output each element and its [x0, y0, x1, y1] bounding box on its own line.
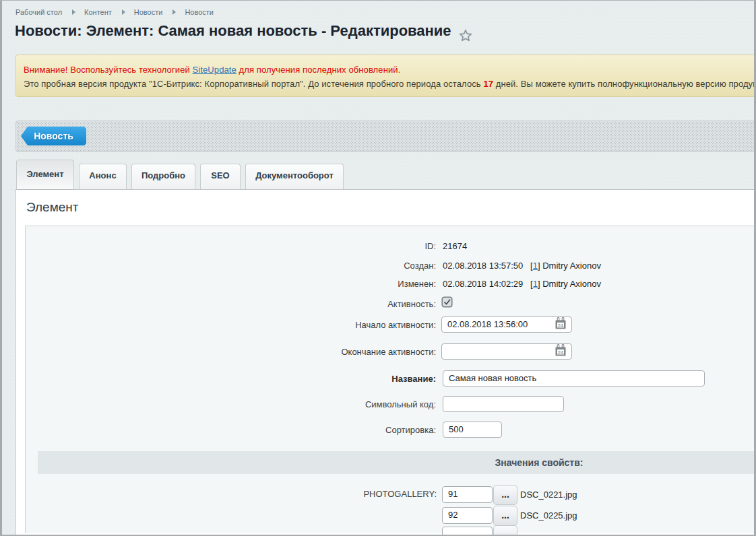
svg-text:24: 24: [558, 349, 563, 356]
svg-text:24: 24: [558, 323, 563, 329]
